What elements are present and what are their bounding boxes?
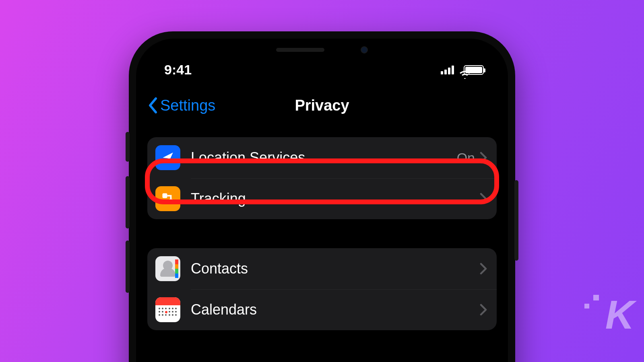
location-icon [155,145,180,170]
row-label: Location Services [191,149,457,166]
battery-icon [464,65,484,75]
chevron-right-icon [480,193,487,205]
row-value: On [457,150,475,166]
row-location-services[interactable]: Location Services On [147,137,497,178]
phone-mute-switch [126,132,130,162]
front-camera-icon [361,46,368,53]
svg-rect-1 [169,200,173,204]
phone-screen: 9:41 Settings Privacy [136,39,508,362]
settings-group-1: Location Services On Tracking [147,137,497,219]
row-tracking[interactable]: Tracking [147,178,497,219]
row-label: Calendars [191,301,480,318]
row-calendars[interactable]: Calendars [147,289,497,330]
row-label: Contacts [191,260,480,277]
back-button[interactable]: Settings [148,97,215,114]
tracking-icon [155,186,180,211]
watermark-logo: K [605,292,633,338]
cellular-icon [441,66,454,74]
nav-header: Settings Privacy [136,78,508,114]
calendar-icon [155,297,180,322]
svg-rect-0 [163,193,167,198]
speaker-icon [276,48,324,52]
page-title: Privacy [295,97,349,114]
chevron-left-icon [148,97,158,113]
row-label: Tracking [191,190,480,207]
phone-volume-down [126,241,130,293]
phone-frame: 9:41 Settings Privacy [129,31,515,362]
phone-notch [242,39,402,61]
chevron-right-icon [480,152,487,164]
settings-group-2: Contacts Calendars [147,248,497,330]
chevron-right-icon [480,263,487,275]
chevron-right-icon [480,304,487,316]
row-contacts[interactable]: Contacts [147,248,497,289]
status-time: 9:41 [164,62,192,78]
phone-volume-up [126,176,130,228]
phone-power-button [514,180,518,261]
contacts-icon [155,256,180,281]
back-label: Settings [160,97,215,114]
